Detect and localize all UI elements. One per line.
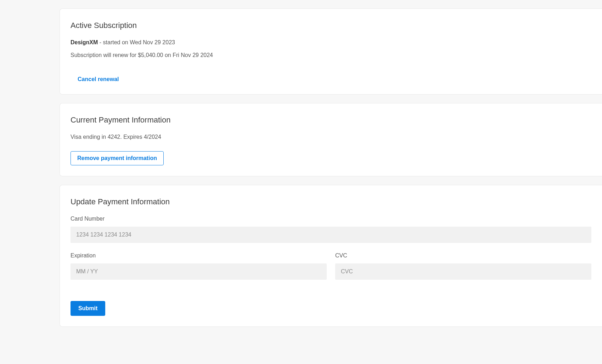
subscription-plan-line: DesignXM - started on Wed Nov 29 2023 [71,38,591,47]
current-payment-title: Current Payment Information [71,114,591,126]
update-payment-card: Update Payment Information Card Number E… [60,185,602,327]
remove-payment-button[interactable]: Remove payment information [71,151,164,165]
subscription-renewal-text: Subscription will renew for $5,040.00 on… [71,51,591,59]
update-payment-title: Update Payment Information [71,196,591,207]
active-subscription-title: Active Subscription [71,19,591,31]
current-payment-card: Current Payment Information Visa ending … [60,103,602,176]
card-number-label: Card Number [71,215,591,223]
card-number-input[interactable] [71,227,591,243]
expiration-input[interactable] [71,263,327,280]
active-subscription-card: Active Subscription DesignXM - started o… [60,8,602,95]
cvc-input[interactable] [335,263,591,280]
subscription-plan-name: DesignXM [71,39,98,45]
submit-button[interactable]: Submit [71,301,105,316]
subscription-started-text: - started on Wed Nov 29 2023 [98,39,175,45]
expiration-label: Expiration [71,251,327,260]
cancel-renewal-link[interactable]: Cancel renewal [78,75,119,84]
cvc-label: CVC [335,251,591,260]
current-payment-summary: Visa ending in 4242. Expires 4/2024 [71,133,591,141]
